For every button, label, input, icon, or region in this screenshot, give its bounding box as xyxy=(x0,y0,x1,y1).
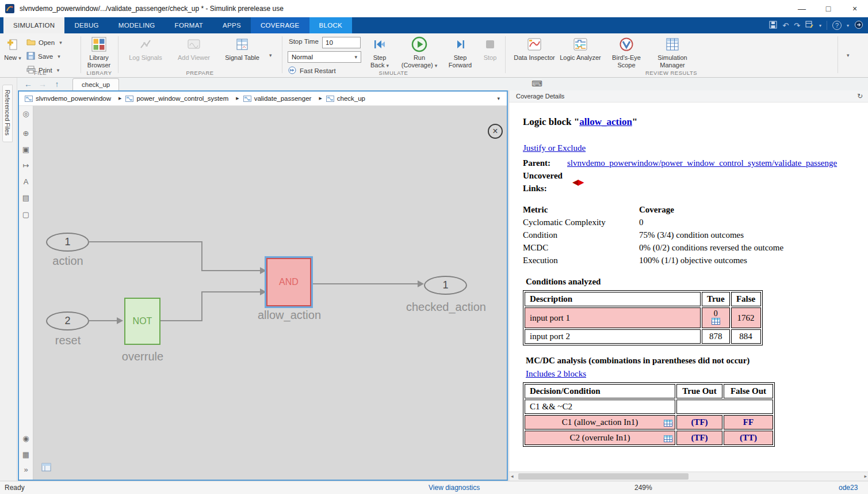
uncovered-prev-icon[interactable]: ◀ xyxy=(572,178,578,187)
signal-wire[interactable] xyxy=(201,291,202,321)
area-icon[interactable]: ▢ xyxy=(19,210,33,219)
nav-forward-icon[interactable]: → xyxy=(36,78,49,90)
library-browser-button[interactable]: Library Browser xyxy=(81,36,117,69)
panel-horizontal-scrollbar[interactable]: ◂ ▸ xyxy=(509,472,868,481)
qa-separator xyxy=(827,21,827,30)
qa-eval-icon[interactable] xyxy=(805,21,814,30)
canvas-overlay-icon[interactable] xyxy=(41,463,51,473)
parent-link[interactable]: slvnvdemo_powerwindow/power_window_contr… xyxy=(567,158,837,168)
view-diagnostics-link[interactable]: View diagnostics xyxy=(429,484,480,492)
tab-modeling[interactable]: MODELING xyxy=(109,17,165,33)
metric-row: Execution 100% (1/1) objective outcomes xyxy=(523,254,868,267)
tab-coverage[interactable]: COVERAGE xyxy=(251,17,309,33)
fit-to-view-icon[interactable]: ▣ xyxy=(19,145,33,154)
birds-eye-scope-button[interactable]: Bird's-Eye Scope xyxy=(605,36,648,69)
image-icon[interactable]: ▤ xyxy=(19,193,33,202)
tab-block[interactable]: BLOCK xyxy=(309,17,353,33)
qa-undo-icon[interactable]: ↶ xyxy=(782,21,789,30)
signal-wire[interactable] xyxy=(89,320,117,321)
signal-wire[interactable] xyxy=(201,291,260,292)
new-button[interactable]: New xyxy=(1,36,24,62)
maximize-button[interactable]: □ xyxy=(815,0,842,17)
zoom-in-icon[interactable]: ⊕ xyxy=(19,129,33,138)
parent-row: Parent:slvnvdemo_powerwindow/power_windo… xyxy=(523,158,867,168)
minimize-button[interactable]: — xyxy=(789,0,815,17)
tab-format[interactable]: FORMAT xyxy=(165,17,213,33)
outport-1-block[interactable]: 1 xyxy=(424,276,467,295)
time-plot-icon[interactable] xyxy=(664,419,672,429)
scrollbar-thumb[interactable] xyxy=(518,473,689,480)
nav-up-icon[interactable]: ↑ xyxy=(51,78,63,90)
stop-button[interactable]: Stop xyxy=(479,36,502,62)
browse-icon[interactable]: ◎ xyxy=(19,109,33,118)
scroll-right-icon[interactable]: ▸ xyxy=(864,473,867,479)
perspective-icon[interactable]: ◉ xyxy=(19,434,33,443)
signal-wire[interactable] xyxy=(311,283,418,284)
justify-exclude-link[interactable]: Justify or Exclude xyxy=(523,143,586,153)
log-signals-icon xyxy=(124,36,167,53)
annotation-icon[interactable]: A xyxy=(19,177,33,186)
subsystem-icon xyxy=(243,96,251,102)
step-forward-button[interactable]: Step Forward xyxy=(444,36,476,69)
scroll-left-icon[interactable]: ◂ xyxy=(511,473,514,479)
signal-wire[interactable] xyxy=(201,270,260,271)
breadcrumb-item-model[interactable]: slvnvdemo_powerwindow xyxy=(25,95,121,102)
close-button[interactable]: × xyxy=(842,0,868,17)
breadcrumb-item-subsystem[interactable]: power_window_control_system xyxy=(125,95,239,102)
keyboard-shortcuts-icon[interactable]: ⌨ xyxy=(531,79,542,88)
ribbon: New Open Save Print FILE Library Browser… xyxy=(0,33,868,78)
model-canvas[interactable]: 1 action 2 reset NOT overrule AND allow_… xyxy=(33,106,507,480)
time-plot-icon[interactable] xyxy=(664,435,672,444)
save-button[interactable]: Save xyxy=(26,52,60,61)
breadcrumb-caret-icon[interactable]: ▾ xyxy=(497,96,500,101)
tab-apps[interactable]: APPS xyxy=(213,17,251,33)
qa-resources-icon[interactable] xyxy=(854,20,863,31)
tab-debug[interactable]: DEBUG xyxy=(64,17,108,33)
mcdc-row: C1 (allow_action In1) (TF) FF xyxy=(525,415,773,430)
simulation-mode-select[interactable]: Normal ▾ xyxy=(288,51,361,63)
step-back-button[interactable]: Step Back xyxy=(366,36,393,70)
not-block-label: overrule xyxy=(107,350,178,363)
uncovered-next-icon[interactable]: ▶ xyxy=(578,178,584,187)
data-inspector-button[interactable]: Data Inspector xyxy=(513,36,556,62)
breadcrumb-item-subsystem[interactable]: validate_passenger xyxy=(243,95,322,102)
and-block-selected[interactable]: AND xyxy=(266,258,311,306)
inport-1-block[interactable]: 1 xyxy=(46,233,89,252)
qa-eval-caret-icon[interactable]: ▾ xyxy=(819,23,821,28)
qa-help-caret-icon[interactable]: ▾ xyxy=(847,23,849,28)
document-tab-check-up[interactable]: check_up xyxy=(72,78,119,90)
qa-save-icon[interactable] xyxy=(769,21,777,31)
time-plot-icon[interactable] xyxy=(712,317,720,326)
simulation-manager-button[interactable]: Simulation Manager xyxy=(651,36,694,69)
nav-back-icon[interactable]: ← xyxy=(22,78,35,90)
solver-indicator[interactable]: ode23 xyxy=(839,484,858,492)
run-coverage-button[interactable]: Run (Coverage) xyxy=(398,36,441,70)
block-link[interactable]: allow_action xyxy=(579,116,632,127)
coverage-overlay-close-button[interactable]: × xyxy=(488,124,503,139)
collapse-palette-icon[interactable]: » xyxy=(19,465,33,474)
log-signals-button[interactable]: Log Signals xyxy=(124,36,167,62)
tab-simulation[interactable]: SIMULATION xyxy=(3,17,64,33)
stop-time-input[interactable] xyxy=(322,37,361,48)
ribbon-overflow-caret-icon[interactable]: ▾ xyxy=(847,52,850,58)
not-block[interactable]: NOT xyxy=(124,298,160,345)
qa-help-icon[interactable]: ? xyxy=(832,21,842,30)
includes-blocks-link[interactable]: Includes 2 blocks xyxy=(526,369,586,378)
signal-route-icon[interactable]: ↦ xyxy=(19,161,33,170)
inport-2-block[interactable]: 2 xyxy=(46,311,89,330)
add-viewer-button[interactable]: Add Viewer xyxy=(173,36,215,62)
signal-wire[interactable] xyxy=(160,320,202,321)
referenced-files-tab[interactable]: Referenced Files xyxy=(2,85,13,142)
logic-analyzer-button[interactable]: Logic Analyzer xyxy=(559,36,602,62)
signal-wire[interactable] xyxy=(89,241,202,242)
prepare-gallery-caret-icon[interactable]: ▾ xyxy=(269,52,272,58)
signal-table-button[interactable]: Signal Table xyxy=(221,36,263,62)
model-editor: slvnvdemo_powerwindow power_window_contr… xyxy=(18,90,508,481)
sample-time-icon[interactable]: ▦ xyxy=(19,450,33,459)
qa-redo-icon[interactable]: ↷ xyxy=(794,21,800,30)
window-title: slvnvdemo_powerwindow/.../validate_passe… xyxy=(20,5,284,13)
signal-wire[interactable] xyxy=(201,241,202,271)
open-button[interactable]: Open xyxy=(26,38,62,47)
breadcrumb-item-current[interactable]: check_up xyxy=(326,95,373,102)
panel-options-icon[interactable]: ↻ xyxy=(857,92,863,100)
